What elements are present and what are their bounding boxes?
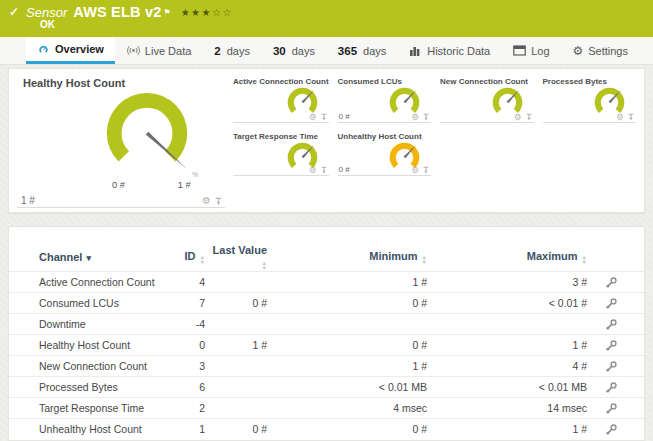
column-header-id[interactable]: ID▲▼	[177, 250, 205, 264]
tab-number: 30	[273, 45, 286, 57]
gear-icon: ⚙	[572, 45, 583, 57]
gauge-tile-new-connection-count: New Connection Count⚙	[440, 75, 533, 123]
gear-icon[interactable]: ⚙	[309, 113, 317, 122]
channel-settings-icon[interactable]	[605, 381, 618, 394]
channel-name[interactable]: New Connection Count	[39, 360, 177, 372]
tab-log[interactable]: Log	[502, 37, 560, 64]
table-header-row: Channel▾ ID▲▼ Last Value▲▼ Minimum▲▼ Max…	[9, 243, 644, 271]
channel-settings-icon[interactable]	[605, 423, 618, 436]
pin-icon[interactable]	[627, 113, 635, 121]
gauge-tile-consumed-lcus: Consumed LCUs0 #⚙	[338, 75, 431, 123]
channel-table-panel: Channel▾ ID▲▼ Last Value▲▼ Minimum▲▼ Max…	[8, 226, 645, 441]
pin-icon[interactable]	[422, 166, 430, 174]
live-data-icon	[127, 45, 140, 56]
table-row-active-connection-count: Active Connection Count41 #3 #	[9, 271, 644, 292]
pin-icon[interactable]	[214, 197, 223, 206]
tab-label: Log	[531, 45, 549, 57]
channel-maximum: < 0.01 #	[427, 297, 587, 309]
tab-historic-data[interactable]: Historic Data	[398, 37, 501, 64]
priority-stars[interactable]: ★★★☆☆	[181, 7, 233, 18]
tab-label: days	[363, 45, 386, 57]
channel-maximum: 1 #	[427, 423, 587, 435]
gauge-tile-active-connection-count: Active Connection Count⚙	[233, 75, 329, 123]
tab-365-days[interactable]: 365 days	[327, 37, 397, 64]
small-gauges-grid: Active Connection Count⚙Consumed LCUs0 #…	[233, 75, 636, 206]
sensor-status-badge: OK	[40, 19, 643, 30]
tab-label: Historic Data	[427, 45, 490, 57]
sensor-title: AWS ELB v2	[73, 4, 161, 20]
column-header-channel[interactable]: Channel▾	[39, 251, 177, 263]
channel-name[interactable]: Target Response Time	[39, 402, 177, 414]
sort-desc-icon: ▾	[86, 253, 91, 263]
tab-number: 365	[338, 45, 357, 57]
channel-id: -4	[177, 318, 205, 330]
tab-2-days[interactable]: 2 days	[203, 37, 261, 64]
channel-name[interactable]: Consumed LCUs	[39, 297, 177, 309]
gauges-panel: Healthy Host Count % 0 # 1 # 1 # ⚙ A	[8, 68, 645, 213]
log-icon	[513, 45, 526, 56]
channel-minimum: 0 #	[267, 339, 427, 351]
channel-settings-icon[interactable]	[605, 297, 618, 310]
channel-minimum: 1 #	[267, 276, 427, 288]
channel-maximum: 3 #	[427, 276, 587, 288]
gear-icon[interactable]: ⚙	[202, 196, 211, 206]
channel-name[interactable]: Processed Bytes	[39, 381, 177, 393]
tab-number: 2	[214, 45, 220, 57]
channel-settings-icon[interactable]	[605, 402, 618, 415]
gear-icon[interactable]: ⚙	[514, 113, 522, 122]
pin-icon[interactable]	[422, 113, 430, 121]
tab-bar: Overview Live Data 2 days 30 days 365 da…	[0, 37, 653, 65]
column-header-last-value[interactable]: Last Value▲▼	[205, 244, 267, 270]
channel-settings-icon[interactable]	[605, 360, 618, 373]
gear-icon[interactable]: ⚙	[616, 113, 624, 122]
table-row-processed-bytes: Processed Bytes6< 0.01 MB< 0.01 MB	[9, 376, 644, 397]
channel-settings-icon[interactable]	[605, 276, 618, 289]
table-row-unhealthy-host-count: Unhealthy Host Count10 #0 #1 #	[9, 418, 644, 439]
gauge-unit: %	[192, 171, 198, 178]
gauge-scale-max: 1 #	[178, 180, 192, 190]
channel-maximum: 4 #	[427, 360, 587, 372]
table-row-new-connection-count: New Connection Count31 #4 #	[9, 355, 644, 376]
gauge-value: 0 #	[339, 112, 350, 121]
channel-minimum: 0 #	[267, 297, 427, 309]
channel-name[interactable]: Downtime	[39, 318, 177, 330]
channel-id: 1	[177, 423, 205, 435]
gear-icon[interactable]: ⚙	[411, 166, 419, 175]
channel-maximum: < 0.01 MB	[427, 381, 587, 393]
channel-name[interactable]: Unhealthy Host Count	[39, 423, 177, 435]
sensor-kind-label: Sensor	[26, 5, 67, 20]
gear-icon[interactable]: ⚙	[309, 166, 317, 175]
sort-icon: ▲▼	[582, 255, 587, 264]
channel-id: 3	[177, 360, 205, 372]
tab-live-data[interactable]: Live Data	[116, 37, 202, 64]
gauge-icon	[37, 44, 50, 55]
channel-minimum: 4 msec	[267, 402, 427, 414]
channel-name[interactable]: Active Connection Count	[39, 276, 177, 288]
tab-label: Live Data	[145, 45, 191, 57]
tab-30-days[interactable]: 30 days	[262, 37, 326, 64]
column-header-minimum[interactable]: Minimum▲▼	[267, 250, 427, 264]
gear-icon[interactable]: ⚙	[411, 113, 419, 122]
pin-icon[interactable]	[320, 166, 328, 174]
gauge-title: Healthy Host Count	[17, 75, 225, 89]
pin-icon[interactable]	[525, 113, 533, 121]
channel-last-value: 0 #	[205, 423, 267, 435]
tab-settings[interactable]: ⚙ Settings	[561, 37, 639, 64]
tab-overview[interactable]: Overview	[26, 37, 115, 64]
channel-maximum: 1 #	[427, 339, 587, 351]
column-header-maximum[interactable]: Maximum▲▼	[427, 250, 587, 264]
gauge-tile-healthy-host-count: Healthy Host Count % 0 # 1 # 1 # ⚙	[17, 75, 225, 208]
pin-icon[interactable]	[320, 113, 328, 121]
tab-label: days	[292, 45, 315, 57]
channel-name[interactable]: Healthy Host Count	[39, 339, 177, 351]
channel-settings-icon[interactable]	[605, 318, 618, 331]
channel-minimum: < 0.01 MB	[267, 381, 427, 393]
channel-id: 4	[177, 276, 205, 288]
channel-id: 7	[177, 297, 205, 309]
channel-settings-icon[interactable]	[605, 339, 618, 352]
table-body: Active Connection Count41 #3 #Consumed L…	[9, 271, 644, 439]
gauge-tile-target-response-time: Target Response Time⚙	[233, 130, 329, 176]
content-area: Healthy Host Count % 0 # 1 # 1 # ⚙ A	[0, 65, 653, 441]
channel-id: 0	[177, 339, 205, 351]
channel-last-value: 1 #	[205, 339, 267, 351]
